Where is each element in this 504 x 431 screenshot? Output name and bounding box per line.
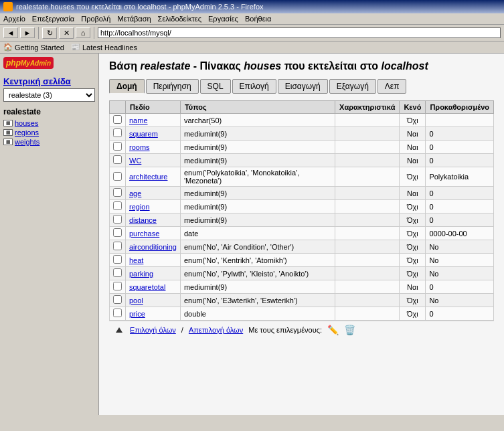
row-checkbox-name[interactable] <box>113 115 122 124</box>
field-default-squarem: 0 <box>426 127 494 141</box>
table-link-weights[interactable]: weights <box>15 138 39 146</box>
field-default-heat: No <box>426 254 494 267</box>
menu-view[interactable]: Προβολή <box>81 15 110 23</box>
field-nullable-squarem: Ναι <box>400 127 426 141</box>
menu-tools[interactable]: Εργασίες <box>208 15 238 23</box>
menu-navigate[interactable]: Μετάβαση <box>117 15 151 23</box>
select-all-link[interactable]: Επιλογή όλων <box>130 326 176 334</box>
row-checkbox-distance[interactable] <box>113 215 122 224</box>
row-checkbox-WC[interactable] <box>113 155 122 164</box>
title-host: localhost <box>382 60 428 72</box>
address-bar: http://localhost/mysql/ <box>98 27 501 38</box>
table-link-houses[interactable]: houses <box>15 119 38 127</box>
tab-export[interactable]: Εξαγωγή <box>329 79 376 94</box>
row-checkbox-purchase[interactable] <box>113 228 122 237</box>
field-name-parking[interactable]: parking <box>126 267 181 280</box>
field-nullable-price: Όχι <box>400 307 426 321</box>
field-name-WC[interactable]: WC <box>126 154 181 167</box>
page-title: Βάση realestate - Πίνακας houses που εκτ… <box>109 60 494 72</box>
field-default-airconditioning: No <box>426 240 494 254</box>
sidebar-table-weights[interactable]: ▦ weights <box>3 137 95 147</box>
row-checkbox-age[interactable] <box>113 188 122 197</box>
table-row: roomsmediumint(9)Ναι0 <box>110 141 494 154</box>
row-checkbox-pool[interactable] <box>113 295 122 304</box>
delete-icon[interactable]: 🗑️ <box>344 325 355 335</box>
field-name-name[interactable]: name <box>126 114 181 127</box>
field-nullable-pool: Όχι <box>400 294 426 307</box>
table-row: distancemediumint(9)Όχι0 <box>110 213 494 227</box>
field-name-age[interactable]: age <box>126 187 181 200</box>
bottom-bar: Επιλογή όλων / Απεπιλογή όλων Με τους επ… <box>109 321 494 339</box>
db-selector[interactable]: realestate (3) <box>3 88 95 102</box>
tab-browse[interactable]: Περιήγηση <box>146 79 199 94</box>
row-checkbox-rooms[interactable] <box>113 142 122 151</box>
home-button[interactable]: ⌂ <box>76 27 90 38</box>
field-name-squaretotal[interactable]: squaretotal <box>126 280 181 294</box>
field-nullable-heat: Όχι <box>400 254 426 267</box>
row-checkbox-parking[interactable] <box>113 268 122 277</box>
field-name-rooms[interactable]: rooms <box>126 141 181 154</box>
table-row: heatenum('No', 'Kentrikh', 'Atomikh')Όχι… <box>110 254 494 267</box>
menu-help[interactable]: Βοήθεια <box>245 15 271 23</box>
tab-sql[interactable]: SQL <box>200 79 231 94</box>
table-row: poolenum('No', 'E3wterikh', 'Eswterikh')… <box>110 294 494 307</box>
bookmark-latest-headlines[interactable]: 📰 Latest Headlines <box>71 43 137 52</box>
field-name-purchase[interactable]: purchase <box>126 227 181 240</box>
menu-file[interactable]: Αρχείο <box>3 15 25 23</box>
toolbar-sep-2 <box>94 27 94 39</box>
field-char-WC <box>335 154 400 167</box>
field-name-airconditioning[interactable]: airconditioning <box>126 240 181 254</box>
tab-more[interactable]: Λεπ <box>377 79 407 94</box>
field-name-squarem[interactable]: squarem <box>126 127 181 141</box>
row-checkbox-airconditioning[interactable] <box>113 242 122 250</box>
tab-bar: Δομή Περιήγηση SQL Επιλογή Εισαγωγή Εξαγ… <box>109 79 494 94</box>
deselect-all-link[interactable]: Απεπιλογή όλων <box>189 326 243 334</box>
field-type-purchase: date <box>180 227 335 240</box>
sidebar-table-regions[interactable]: ▦ regions <box>3 128 95 137</box>
field-name-heat[interactable]: heat <box>126 254 181 267</box>
field-name-region[interactable]: region <box>126 200 181 213</box>
main-page-link[interactable]: Κεντρική σελίδα <box>3 76 95 86</box>
tab-structure[interactable]: Δομή <box>109 79 145 94</box>
field-type-name: varchar(50) <box>180 114 335 127</box>
header-characteristics: Χαρακτηριστικά <box>335 101 400 114</box>
field-char-architecture <box>335 167 400 187</box>
edit-icon[interactable]: ✏️ <box>327 325 339 335</box>
table-row: WCmediumint(9)Ναι0 <box>110 154 494 167</box>
field-default-rooms: 0 <box>426 141 494 154</box>
field-char-age <box>335 187 400 200</box>
bookmark-getting-started[interactable]: 🏠 Getting Started <box>3 43 64 52</box>
logo-php: php <box>6 58 21 68</box>
table-link-regions[interactable]: regions <box>15 128 39 137</box>
table-icon-regions: ▦ <box>3 129 13 136</box>
field-name-distance[interactable]: distance <box>126 213 181 227</box>
row-checkbox-squaretotal[interactable] <box>113 282 122 290</box>
forward-button[interactable]: ► <box>20 27 35 38</box>
field-name-architecture[interactable]: architecture <box>126 167 181 187</box>
tab-select[interactable]: Επιλογή <box>232 79 276 94</box>
row-checkbox-architecture[interactable] <box>113 172 122 181</box>
table-icon-weights: ▦ <box>3 139 13 145</box>
menu-bookmarks[interactable]: Σελιδοδείκτες <box>158 15 201 23</box>
table-row: airconditioningenum('No', 'Air Condition… <box>110 240 494 254</box>
field-default-age: 0 <box>426 187 494 200</box>
table-icon-houses: ▦ <box>3 120 13 126</box>
field-type-heat: enum('No', 'Kentrikh', 'Atomikh') <box>180 254 335 267</box>
stop-button[interactable]: ✕ <box>59 27 74 39</box>
row-checkbox-price[interactable] <box>113 309 122 317</box>
field-nullable-squaretotal: Ναι <box>400 280 426 294</box>
field-name-price[interactable]: price <box>126 307 181 321</box>
back-button[interactable]: ◄ <box>3 27 18 38</box>
row-checkbox-heat[interactable] <box>113 255 122 264</box>
table-row: squaremmediumint(9)Ναι0 <box>110 127 494 141</box>
refresh-button[interactable]: ↻ <box>42 27 57 39</box>
row-checkbox-squarem[interactable] <box>113 128 122 137</box>
sidebar-table-houses[interactable]: ▦ houses <box>3 118 95 128</box>
tab-insert[interactable]: Εισαγωγή <box>278 79 328 94</box>
field-char-parking <box>335 267 400 280</box>
header-field: Πεδίο <box>126 101 181 114</box>
field-name-pool[interactable]: pool <box>126 294 181 307</box>
menu-edit[interactable]: Επεξεργασία <box>32 15 74 23</box>
row-checkbox-region[interactable] <box>113 201 122 210</box>
field-default-distance: 0 <box>426 213 494 227</box>
